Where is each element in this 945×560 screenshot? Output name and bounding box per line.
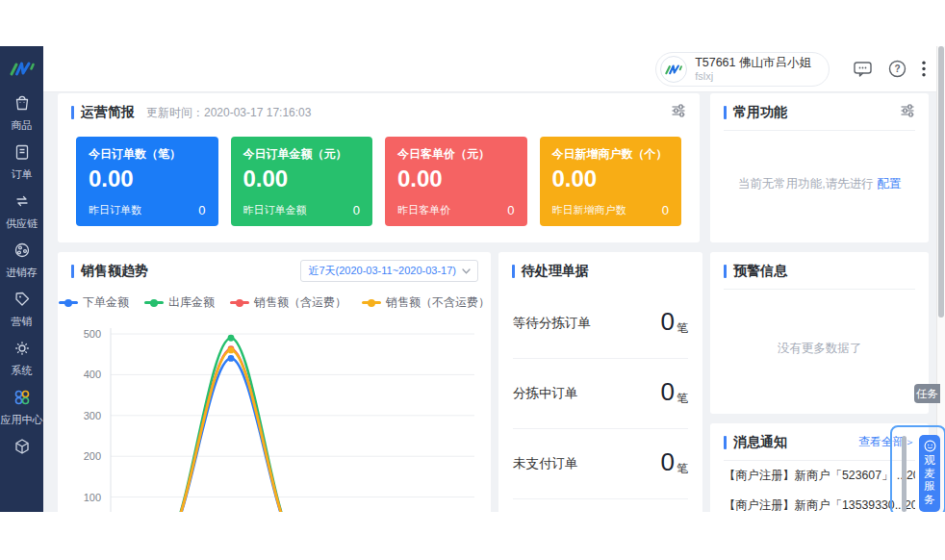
pending-label: 等待分拣订单 [513, 315, 591, 332]
sales-trend-panel: 销售额趋势 近7天(2020-03-11~2020-03-17) 下单金额出库金… [58, 252, 491, 512]
pending-unit: 笔 [677, 393, 688, 404]
topbar: T57661 佛山市吕小姐 fslxj ? [43, 46, 945, 92]
legend-label: 销售额（含运费） [254, 294, 346, 311]
chart-legend: 下单金额出库金额销售额（含运费）销售额（不含运费） [58, 294, 491, 311]
briefing-settings-icon[interactable] [671, 104, 686, 117]
kpi-title: 今日订单金额（元） [243, 146, 361, 163]
svg-text:300: 300 [84, 410, 101, 421]
common-functions-panel: 常用功能 当前无常用功能,请先进行 配置 [710, 93, 929, 242]
share-nodes-icon [13, 241, 32, 264]
app-center-icon [13, 388, 32, 411]
notifications-title: 消息通知 [724, 434, 787, 451]
sidebar-item-inventory[interactable]: 进销存 [0, 241, 43, 278]
pending-row-unpaid[interactable]: 未支付订单 0 笔 [513, 429, 688, 499]
alerts-panel: 预警信息 没有更多数据了 [710, 252, 929, 414]
kpi-yesterday-value: 0 [198, 203, 205, 217]
sidebar-item-supply-chain[interactable]: 供应链 [0, 191, 43, 229]
user-account: fslxj [695, 70, 811, 82]
notifications-panel: 消息通知 查看全部＞ 【商户注册】新商户「523607」 ...2020-03-… [710, 423, 929, 512]
date-range-dropdown[interactable]: 近7天(2020-03-11~2020-03-17) [300, 260, 478, 282]
kpi-cards: 今日订单数（笔） 0.00 昨日订单数 0 今日订单金额（元） 0.00 昨日订… [76, 137, 681, 226]
user-menu[interactable]: T57661 佛山市吕小姐 fslxj [655, 52, 830, 87]
briefing-title: 运营简报 [71, 104, 135, 121]
sidebar-item-goods[interactable]: 商品 [0, 93, 43, 131]
update-time: 更新时间：2020-03-17 17:16:03 [146, 105, 311, 121]
cube-icon [13, 437, 32, 460]
kpi-yesterday-label: 昨日订单数 [89, 203, 141, 217]
user-name: T57661 佛山市吕小姐 [695, 56, 811, 70]
common-empty-state: 当前无常用功能,请先进行 配置 [710, 176, 929, 192]
common-functions-settings-icon[interactable] [900, 104, 915, 117]
sales-trend-title: 销售额趋势 [71, 263, 148, 280]
date-range-value: 近7天(2020-03-11~2020-03-17) [308, 264, 456, 278]
kpi-value: 0.00 [397, 165, 515, 192]
pending-unit: 笔 [677, 322, 688, 334]
pending-docs-panel: 待处理单据 等待分拣订单 0 笔 分拣中订单 0 笔 未支付订单 0 笔 [498, 252, 702, 512]
svg-text:100: 100 [84, 492, 101, 503]
notification-item[interactable]: 【商户注册】新商户「13539330...2020-03-13 [724, 491, 915, 512]
view-all-link[interactable]: 查看全部＞ [858, 434, 915, 450]
more-menu-icon[interactable] [922, 61, 926, 77]
sidebar-item-label: 订单 [0, 168, 43, 180]
page-scrollbar-thumb[interactable] [938, 46, 944, 318]
svg-text:200: 200 [84, 450, 101, 462]
config-link[interactable]: 配置 [877, 177, 901, 191]
message-bubble-icon[interactable] [853, 60, 873, 78]
svg-text:400: 400 [84, 369, 101, 380]
svg-text:?: ? [894, 64, 900, 74]
legend-label: 下单金额 [83, 294, 129, 311]
pending-unit: 笔 [677, 463, 688, 474]
sidebar-item-label: 商品 [0, 119, 43, 131]
sidebar-item-label: 系统 [0, 365, 43, 376]
svg-text:500: 500 [84, 328, 101, 340]
sidebar-item-cube[interactable] [13, 437, 32, 460]
order-document-icon [13, 142, 32, 165]
pending-row-waiting-sort[interactable]: 等待分拣订单 0 笔 [513, 289, 688, 359]
legend-item[interactable]: 出库金额 [144, 294, 215, 311]
kpi-card-orders[interactable]: 今日订单数（笔） 0.00 昨日订单数 0 [76, 137, 218, 226]
pending-label: 分拣中订单 [513, 385, 578, 402]
notification-item[interactable]: 【商户注册】新商户「523607」 ...2020-03-13 [724, 461, 915, 491]
pending-value: 0 [661, 379, 675, 404]
kpi-card-avg-price[interactable]: 今日客单价（元） 0.00 昨日客单价 0 [385, 137, 527, 226]
legend-marker [59, 299, 78, 307]
legend-label: 销售额（不含运费） [386, 294, 490, 311]
exchange-arrows-icon [13, 191, 32, 215]
briefing-panel: 运营简报 更新时间：2020-03-17 17:16:03 今日订单数（笔） 0… [58, 93, 700, 242]
kpi-yesterday-value: 0 [353, 203, 360, 217]
price-tag-icon [13, 290, 32, 313]
kpi-card-new-merchants[interactable]: 今日新增商户数（个） 0.00 昨日新增商户数 0 [540, 137, 682, 226]
legend-marker [230, 299, 249, 307]
legend-item[interactable]: 销售额（不含运费） [362, 294, 490, 311]
help-icon[interactable]: ? [888, 60, 907, 78]
sidebar-item-marketing[interactable]: 营销 [0, 290, 43, 327]
pending-docs-title: 待处理单据 [512, 263, 589, 280]
kpi-value: 0.00 [243, 165, 361, 192]
alerts-empty-state: 没有更多数据了 [710, 341, 929, 357]
sidebar-item-system[interactable]: 系统 [0, 339, 43, 376]
chat-smiley-icon [924, 440, 936, 452]
kpi-yesterday-value: 0 [662, 203, 669, 217]
kpi-title: 今日新增商户数（个） [552, 146, 670, 163]
sidebar-item-app-center[interactable]: 应用中心 [0, 388, 43, 425]
panel-scrollbar[interactable] [902, 436, 907, 512]
legend-item[interactable]: 下单金额 [59, 294, 129, 311]
shopping-bag-icon [13, 93, 32, 116]
pending-value: 0 [661, 449, 675, 474]
app-logo[interactable] [9, 59, 36, 82]
sidebar: 商品 订单 供应链 [0, 46, 43, 512]
pending-row-sorting[interactable]: 分拣中订单 0 笔 [513, 359, 688, 429]
gear-icon [13, 339, 32, 362]
service-widget[interactable]: 观麦服务 [919, 435, 940, 512]
legend-item[interactable]: 销售额（含运费） [230, 294, 346, 311]
kpi-yesterday-label: 昨日新增商户数 [552, 203, 626, 217]
kpi-value: 0.00 [89, 165, 206, 192]
kpi-card-order-amount[interactable]: 今日订单金额（元） 0.00 昨日订单金额 0 [231, 137, 373, 226]
common-functions-title: 常用功能 [724, 104, 787, 121]
legend-marker [362, 299, 381, 307]
sidebar-item-orders[interactable]: 订单 [0, 142, 43, 180]
sidebar-item-label: 供应链 [0, 217, 43, 229]
legend-marker [144, 299, 164, 307]
alerts-title: 预警信息 [724, 263, 787, 280]
task-side-tab[interactable]: 任务 [914, 384, 940, 403]
